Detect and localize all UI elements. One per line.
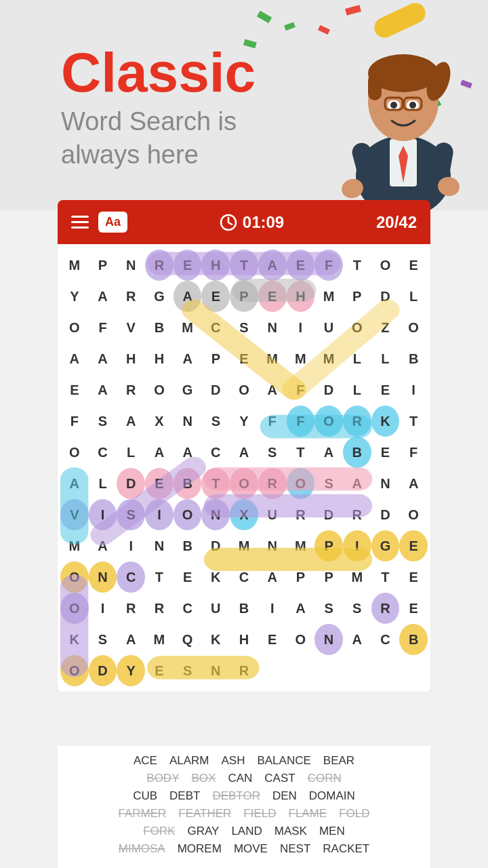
grid-cell[interactable]: I — [343, 530, 371, 561]
grid-cell[interactable]: M — [60, 530, 89, 561]
grid-cell[interactable]: C — [174, 593, 202, 624]
grid-cell[interactable]: A — [60, 468, 89, 499]
grid-cell[interactable]: D — [314, 374, 343, 406]
grid-cell[interactable]: E — [371, 374, 400, 406]
grid-cell[interactable]: Y — [117, 655, 145, 686]
grid-cell[interactable]: O — [287, 624, 315, 655]
grid-cell[interactable]: K — [60, 624, 89, 655]
grid-cell[interactable]: R — [343, 499, 371, 530]
grid-cell[interactable]: M — [258, 343, 287, 374]
grid-cell[interactable]: S — [258, 437, 287, 468]
grid-cell[interactable]: I — [89, 499, 117, 530]
grid-cell[interactable]: E — [258, 281, 287, 312]
menu-icon[interactable] — [71, 216, 89, 229]
grid-cell[interactable]: E — [399, 561, 428, 593]
grid-cell[interactable]: H — [287, 281, 315, 312]
grid-cell[interactable]: V — [60, 499, 89, 530]
grid-cell[interactable]: M — [174, 312, 202, 343]
grid-cell[interactable]: A — [287, 593, 315, 624]
grid-cell[interactable]: S — [174, 655, 202, 686]
grid-cell[interactable]: C — [117, 561, 145, 593]
grid-cell[interactable]: K — [371, 406, 400, 437]
grid-cell[interactable]: A — [89, 343, 117, 374]
grid-cell[interactable]: X — [145, 406, 174, 437]
grid-cell[interactable]: D — [201, 374, 230, 406]
grid-cell[interactable]: T — [287, 437, 315, 468]
grid-cell[interactable]: P — [343, 281, 371, 312]
grid-cell[interactable]: O — [230, 468, 258, 499]
grid-cell[interactable]: L — [117, 437, 145, 468]
grid-cell[interactable]: O — [60, 593, 89, 624]
grid-cell[interactable]: A — [399, 468, 428, 499]
grid-cell[interactable]: A — [60, 343, 89, 374]
grid-cell[interactable]: N — [145, 530, 174, 561]
grid-cell[interactable]: Z — [371, 312, 400, 343]
grid-cell[interactable]: B — [343, 437, 371, 468]
grid-cell[interactable]: H — [145, 343, 174, 374]
grid-cell[interactable]: S — [343, 593, 371, 624]
grid-cell[interactable]: O — [174, 499, 202, 530]
grid-cell[interactable]: E — [174, 561, 202, 593]
grid-cell[interactable]: S — [117, 499, 145, 530]
grid-cell[interactable]: D — [371, 499, 400, 530]
grid-cell[interactable]: I — [145, 499, 174, 530]
grid-cell[interactable]: A — [343, 468, 371, 499]
grid-cell[interactable]: T — [145, 561, 174, 593]
grid-cell[interactable]: N — [258, 312, 287, 343]
grid-cell[interactable]: E — [258, 624, 287, 655]
grid-cell[interactable]: N — [201, 499, 230, 530]
grid-cell[interactable]: C — [89, 437, 117, 468]
grid-cell[interactable]: F — [399, 437, 428, 468]
grid-cell[interactable]: L — [343, 374, 371, 406]
grid-cell[interactable]: P — [89, 250, 117, 281]
grid-cell[interactable]: E — [399, 530, 428, 561]
grid-cell[interactable]: I — [399, 374, 428, 406]
grid-cell[interactable]: T — [371, 561, 400, 593]
grid-cell[interactable]: S — [201, 406, 230, 437]
grid-cell[interactable]: O — [371, 250, 400, 281]
grid-cell[interactable]: P — [287, 561, 315, 593]
grid-cell[interactable]: R — [117, 374, 145, 406]
grid-cell[interactable]: L — [89, 468, 117, 499]
grid-cell[interactable]: B — [399, 343, 428, 374]
grid-cell[interactable]: O — [399, 312, 428, 343]
grid-cell[interactable]: M — [314, 281, 343, 312]
font-size-button[interactable]: Aa — [98, 212, 127, 233]
grid-cell[interactable]: E — [399, 593, 428, 624]
grid-cell[interactable]: M — [145, 624, 174, 655]
grid-cell[interactable]: N — [371, 468, 400, 499]
grid-cell[interactable]: R — [230, 655, 258, 686]
grid-cell[interactable]: N — [89, 561, 117, 593]
grid-cell[interactable]: E — [174, 250, 202, 281]
grid-cell[interactable]: O — [60, 312, 89, 343]
grid-cell[interactable]: H — [117, 343, 145, 374]
grid-cell[interactable]: N — [201, 655, 230, 686]
grid-cell[interactable]: R — [258, 468, 287, 499]
grid-cell[interactable]: F — [258, 406, 287, 437]
grid-cell[interactable]: T — [230, 250, 258, 281]
grid-cell[interactable]: P — [201, 343, 230, 374]
grid-cell[interactable]: A — [258, 250, 287, 281]
grid-cell[interactable]: G — [174, 374, 202, 406]
grid-cell[interactable]: A — [314, 437, 343, 468]
grid-cell[interactable]: S — [89, 624, 117, 655]
grid-cell[interactable]: A — [145, 437, 174, 468]
grid-cell[interactable]: B — [174, 530, 202, 561]
grid-cell[interactable]: B — [145, 312, 174, 343]
grid-cell[interactable]: I — [117, 530, 145, 561]
grid-cell[interactable]: P — [230, 281, 258, 312]
grid-cell[interactable]: F — [60, 406, 89, 437]
grid-cell[interactable]: V — [117, 312, 145, 343]
grid-cell[interactable]: O — [60, 655, 89, 686]
grid-cell[interactable]: Y — [60, 281, 89, 312]
grid-cell[interactable]: T — [399, 406, 428, 437]
grid-cell[interactable]: F — [287, 406, 315, 437]
grid-cell[interactable]: I — [287, 312, 315, 343]
grid-cell[interactable]: O — [60, 561, 89, 593]
grid-cell[interactable]: A — [174, 281, 202, 312]
grid-cell[interactable]: D — [89, 655, 117, 686]
grid-cell[interactable]: A — [117, 624, 145, 655]
grid-cell[interactable]: P — [314, 530, 343, 561]
grid-cell[interactable]: O — [343, 312, 371, 343]
grid-cell[interactable]: L — [399, 281, 428, 312]
